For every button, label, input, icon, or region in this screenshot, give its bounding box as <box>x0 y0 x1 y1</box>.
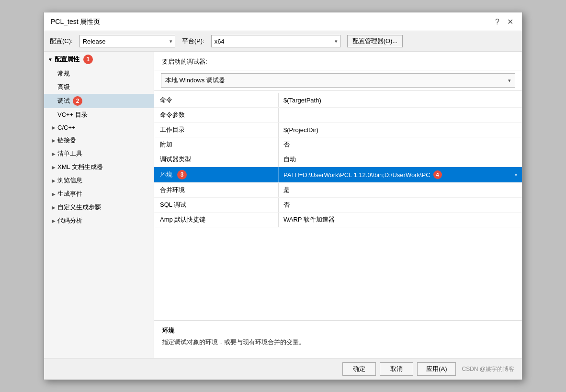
prop-value-debugger-type: 自动 <box>279 152 522 167</box>
prop-row-amp[interactable]: Amp 默认快捷键 WARP 软件加速器 <box>154 213 522 227</box>
sidebar-item-vc-dirs[interactable]: VC++ 目录 <box>44 108 154 122</box>
cancel-button[interactable]: 取消 <box>380 362 413 376</box>
chevron-right-icon: ▾ <box>515 172 517 178</box>
prop-value-sql-debug: 否 <box>279 198 522 212</box>
sidebar-item-debug[interactable]: 调试 2 <box>44 94 154 108</box>
sidebar-group-manifest[interactable]: ▶ 清单工具 <box>44 147 154 160</box>
ok-button[interactable]: 确定 <box>342 362 376 376</box>
sidebar-section-config-properties[interactable]: ▼ 配置属性 1 <box>44 52 154 67</box>
sidebar-group-browse[interactable]: ▶ 浏览信息 <box>44 174 154 187</box>
sidebar-group-build-events[interactable]: ▶ 生成事件 <box>44 187 154 201</box>
debugger-select[interactable]: 本地 Windows 调试器 ▾ <box>161 73 515 88</box>
right-header: 要启动的调试器: <box>154 52 522 70</box>
sidebar-group-code-analysis[interactable]: ▶ 代码分析 <box>44 214 154 227</box>
desc-text: 指定调试对象的环境，或要与现有环境合并的变量。 <box>162 338 514 347</box>
sidebar-group-cpp[interactable]: ▶ C/C++ <box>44 122 154 134</box>
prop-value-command: $(TargetPath) <box>279 93 522 107</box>
prop-name-workdir: 工作目录 <box>154 123 279 137</box>
prop-name-debugger-type: 调试器类型 <box>154 152 279 167</box>
prop-name-cmd-args: 命令参数 <box>154 108 279 122</box>
prop-row-attach[interactable]: 附加 否 <box>154 137 522 152</box>
prop-value-amp: WARP 软件加速器 <box>279 213 522 227</box>
prop-value-attach: 否 <box>279 137 522 152</box>
prop-value-workdir: $(ProjectDir) <box>279 123 522 137</box>
platform-label: 平台(P): <box>182 37 204 45</box>
close-button[interactable]: ✕ <box>505 17 515 27</box>
badge-4: 4 <box>433 170 442 179</box>
prop-row-command[interactable]: 命令 $(TargetPath) <box>154 93 522 108</box>
prop-row-merge-env[interactable]: 合并环境 是 <box>154 183 522 198</box>
sidebar-item-general[interactable]: 常规 <box>44 67 154 80</box>
prop-name-merge-env: 合并环境 <box>154 183 279 197</box>
prop-row-debugger-type[interactable]: 调试器类型 自动 <box>154 152 522 167</box>
desc-title: 环境 <box>162 326 514 335</box>
prop-name-amp: Amp 默认快捷键 <box>154 213 279 227</box>
properties-table: 命令 $(TargetPath) 命令参数 工作目录 $(Proje <box>154 91 522 320</box>
prop-name-env: 环境 3 <box>154 167 279 182</box>
prop-row-workdir[interactable]: 工作目录 $(ProjectDir) <box>154 123 522 137</box>
prop-row-sql-debug[interactable]: SQL 调试 否 <box>154 198 522 213</box>
sidebar: ▼ 配置属性 1 常规 高级 调试 2 VC++ 目录 ▶ C/C++ <box>44 52 154 358</box>
badge-3: 3 <box>177 170 187 179</box>
prop-value-merge-env: 是 <box>279 183 522 197</box>
debugger-select-row[interactable]: 本地 Windows 调试器 ▾ <box>154 70 522 91</box>
description-panel: 环境 指定调试对象的环境，或要与现有环境合并的变量。 <box>154 320 522 358</box>
footer: 确定 取消 应用(A) CSDN @姚宇的博客 <box>44 358 522 380</box>
sidebar-section-label: 配置属性 <box>55 55 79 64</box>
sidebar-group-linker[interactable]: ▶ 链接器 <box>44 134 154 147</box>
platform-select[interactable]: x64 <box>211 35 340 47</box>
prop-name-sql-debug: SQL 调试 <box>154 198 279 212</box>
dialog-title: PCL_test 属性页 <box>51 18 100 26</box>
help-button[interactable]: ? <box>493 17 501 27</box>
prop-value-env: PATH=D:\UserWork\PCL 1.12.0\\bin;D:\User… <box>279 167 522 182</box>
prop-name-attach: 附加 <box>154 137 279 152</box>
watermark: CSDN @姚宇的博客 <box>462 365 514 373</box>
config-manager-button[interactable]: 配置管理器(O)... <box>347 35 403 47</box>
badge-2: 2 <box>73 96 82 106</box>
config-label: 配置(C): <box>50 37 73 45</box>
prop-row-cmd-args[interactable]: 命令参数 <box>154 108 522 123</box>
badge-1: 1 <box>83 55 93 64</box>
prop-row-env[interactable]: 环境 3 PATH=D:\UserWork\PCL 1.12.0\\bin;D:… <box>154 167 522 183</box>
right-panel: 要启动的调试器: 本地 Windows 调试器 ▾ 命令 $(TargetPat… <box>154 52 522 358</box>
config-select[interactable]: Release <box>79 35 175 47</box>
prop-name-command: 命令 <box>154 93 279 107</box>
sidebar-group-custom-build[interactable]: ▶ 自定义生成步骤 <box>44 201 154 214</box>
prop-value-cmd-args <box>279 108 522 122</box>
sidebar-item-advanced[interactable]: 高级 <box>44 80 154 94</box>
apply-button[interactable]: 应用(A) <box>417 362 456 376</box>
sidebar-group-xml[interactable]: ▶ XML 文档生成器 <box>44 160 154 174</box>
